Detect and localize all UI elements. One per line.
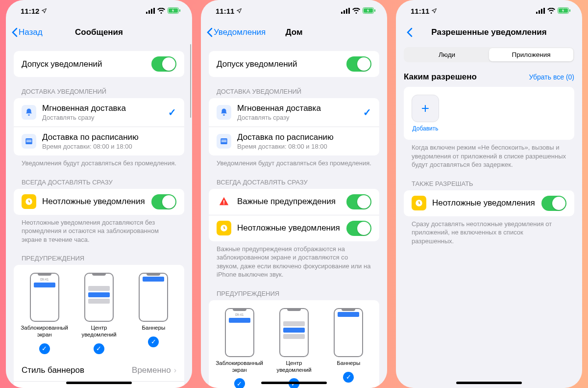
back-label: Уведомления: [214, 27, 266, 37]
check-icon: ✓: [234, 378, 245, 388]
svg-rect-30: [569, 9, 570, 12]
urgent-row: Неотложные уведомления: [209, 215, 379, 241]
allowed-header-title: Каким разрешено: [404, 72, 477, 82]
plus-icon: +: [421, 101, 429, 116]
svg-rect-6: [179, 9, 180, 12]
home-indicator[interactable]: [66, 382, 132, 384]
location-icon: [236, 7, 242, 15]
scheduled-delivery-sub: Время доставки: 08:00 и 18:00: [42, 143, 176, 150]
instant-delivery-sub: Доставлять сразу: [42, 114, 168, 121]
wifi-icon: [547, 7, 555, 15]
calendar-icon: [217, 134, 231, 149]
scheduled-delivery-row[interactable]: Доставка по расписанию Время доставки: 0…: [209, 127, 379, 155]
segmented-control: Люди Приложения: [404, 47, 574, 62]
alert-center[interactable]: Центр уведомлений ✓: [269, 308, 318, 388]
alert-center-label: Центр уведомлений: [74, 325, 123, 338]
critical-switch[interactable]: [346, 194, 371, 209]
status-time: 11:11: [216, 7, 234, 15]
urgent-switch[interactable]: [541, 196, 566, 211]
urgent-footer: Неотложные уведомления доставляются без …: [14, 218, 184, 244]
also-allow-header: ТАКЖЕ РАЗРЕШАТЬ: [412, 180, 574, 187]
warning-icon: [217, 194, 231, 209]
back-button[interactable]: Назад: [12, 27, 43, 37]
svg-rect-0: [146, 12, 147, 14]
cellular-icon: [146, 7, 155, 15]
wifi-icon: [157, 7, 165, 15]
cellular-icon: [536, 7, 545, 15]
seg-people[interactable]: Люди: [405, 48, 489, 61]
svg-rect-21: [223, 200, 224, 203]
delivery-section-header: ДОСТАВКА УВЕДОМЛЕНИЙ: [22, 88, 184, 95]
scheduled-delivery-title: Доставка по расписанию: [42, 132, 176, 142]
alerts-section-header: ПРЕДУПРЕЖДЕНИЯ: [22, 255, 184, 262]
bell-icon: [217, 105, 231, 120]
svg-rect-9: [26, 141, 32, 142]
remove-all-button[interactable]: Убрать все (0): [529, 73, 574, 81]
add-app-button[interactable]: +: [412, 95, 439, 122]
urgent-switch[interactable]: [346, 221, 371, 236]
alert-center-label: Центр уведомлений: [269, 360, 318, 374]
nav-title: Разрешенные уведомления: [396, 27, 582, 37]
alert-center[interactable]: Центр уведомлений ✓: [74, 273, 123, 354]
status-bar: 11:12: [6, 0, 192, 22]
battery-charging-icon: [558, 7, 570, 15]
instant-delivery-row[interactable]: Мгновенная доставка Доставлять сразу ✓: [209, 98, 379, 127]
scrollbar[interactable]: [190, 44, 192, 118]
alert-lockscreen[interactable]: 09:41 Заблокированный экран ✓: [20, 273, 69, 354]
svg-rect-17: [374, 9, 375, 12]
banner-style-label: Стиль баннеров: [22, 365, 132, 375]
urgent-row: Неотложные уведомления: [404, 190, 574, 216]
status-bar: 11:11: [201, 0, 387, 22]
banner-style-row[interactable]: Стиль баннеров Временно ›: [14, 360, 184, 382]
svg-rect-11: [341, 12, 343, 14]
home-indicator[interactable]: [456, 382, 522, 384]
back-button[interactable]: [402, 27, 417, 37]
wifi-icon: [352, 7, 360, 15]
scheduled-delivery-sub: Время доставки: 08:00 и 18:00: [237, 143, 371, 150]
critical-row: Важные предупреждения: [209, 189, 379, 215]
alert-banners[interactable]: Баннеры ✓: [129, 273, 178, 354]
home-indicator[interactable]: [261, 382, 327, 384]
alert-lockscreen-label: Заблокированный экран: [20, 325, 69, 338]
alert-banners[interactable]: Баннеры ✓: [324, 308, 373, 388]
instant-delivery-row[interactable]: Мгновенная доставка Доставлять сразу ✓: [14, 98, 184, 127]
critical-label: Важные предупреждения: [237, 197, 346, 207]
scheduled-delivery-title: Доставка по расписанию: [237, 132, 371, 142]
allow-notifications-label: Допуск уведомлений: [217, 59, 346, 69]
delivery-section-header: ДОСТАВКА УВЕДОМЛЕНИЙ: [217, 88, 379, 95]
alerts-section-header: ПРЕДУПРЕЖДЕНИЯ: [217, 290, 379, 297]
cellular-icon: [341, 7, 350, 15]
allow-notifications-row: Допуск уведомлений: [14, 51, 184, 77]
urgent-label: Неотложные уведомления: [237, 223, 346, 233]
status-time: 11:12: [21, 7, 39, 15]
delivery-footer: Уведомления будут доставляться без проме…: [209, 159, 379, 168]
screen-home: 11:11 Уведомления Дом Допуск уведомлений…: [201, 0, 387, 388]
svg-rect-27: [543, 8, 545, 14]
nav-bar: Разрешенные уведомления: [396, 22, 582, 43]
alert-lockscreen[interactable]: 09:41 Заблокированный экран ✓: [215, 308, 264, 388]
allow-notifications-switch[interactable]: [151, 56, 176, 72]
seg-apps[interactable]: Приложения: [489, 48, 573, 61]
nav-bar: Назад Сообщения: [6, 22, 192, 43]
location-icon: [431, 7, 437, 15]
svg-rect-20: [221, 141, 227, 142]
allow-notifications-switch[interactable]: [346, 56, 371, 72]
allow-notifications-row: Допуск уведомлений: [209, 51, 379, 77]
alert-lockscreen-label: Заблокированный экран: [215, 360, 264, 374]
instant-delivery-title: Мгновенная доставка: [237, 103, 363, 113]
scheduled-delivery-row[interactable]: Доставка по расписанию Время доставки: 0…: [14, 127, 184, 155]
svg-rect-22: [223, 204, 224, 205]
check-icon: ✓: [39, 343, 50, 354]
svg-rect-3: [153, 8, 155, 14]
svg-rect-14: [348, 8, 350, 14]
svg-rect-24: [536, 12, 538, 14]
chevron-right-icon: ›: [174, 366, 176, 375]
urgent-switch[interactable]: [151, 194, 176, 209]
back-button[interactable]: Уведомления: [207, 27, 266, 37]
battery-charging-icon: [168, 7, 180, 15]
always-section-header: ВСЕГДА ДОСТАВЛЯТЬ СРАЗУ: [22, 179, 184, 186]
always-footer: Важные предупреждения отображаются на за…: [209, 245, 379, 279]
nav-bar: Уведомления Дом: [201, 22, 387, 43]
urgent-row: Неотложные уведомления: [14, 189, 184, 215]
checkmark-icon: ✓: [168, 106, 176, 118]
